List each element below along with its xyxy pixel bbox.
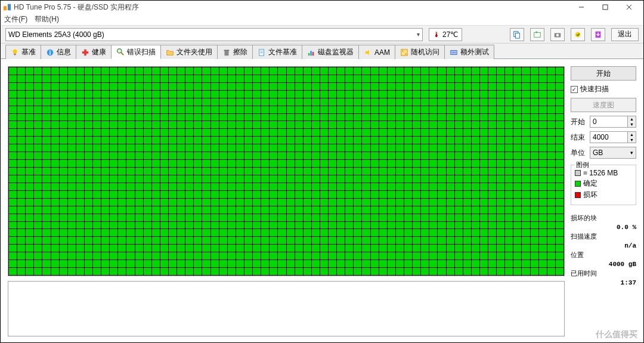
tab-plus[interactable]: 健康 [76, 45, 112, 59]
thermometer-icon: 🌡 [433, 30, 440, 39]
watermark: 什么值得买 [596, 329, 637, 340]
start-value-input[interactable]: ▲▼ [590, 116, 636, 128]
position-value: 4000 gB [571, 261, 636, 268]
tab-random[interactable]: 随机访问 [395, 45, 445, 59]
svg-rect-0 [4, 6, 7, 10]
file-icon [258, 48, 266, 57]
menu-help[interactable]: 帮助(H) [35, 14, 59, 24]
chart-icon [307, 48, 315, 57]
copy-button[interactable] [510, 28, 524, 41]
info-icon: i [46, 48, 54, 57]
position-label: 位置 [571, 251, 636, 259]
drive-text: WD Elements 25A3 (4000 gB) [8, 30, 104, 39]
svg-point-31 [402, 50, 404, 51]
tab-folder[interactable]: 文件夹使用 [160, 45, 218, 59]
menu-bar: 文件(F) 帮助(H) [1, 14, 643, 26]
toolbar: WD Elements 25A3 (4000 gB) ▾ 🌡 27℃ 退出 [1, 26, 643, 44]
svg-rect-7 [515, 33, 519, 38]
bulb-icon [11, 48, 19, 57]
side-panel: 开始 ✓ 快速扫描 速度图 开始 ▲▼ 结束 ▲▼ 单位 GB ▾ [571, 66, 636, 336]
extra-icon [450, 48, 458, 57]
chevron-down-icon: ▾ [417, 31, 420, 38]
temperature-display: 🌡 27℃ [429, 28, 462, 41]
block-map [8, 66, 565, 276]
svg-rect-25 [260, 51, 262, 51]
elapsed-value: 1:37 [571, 279, 636, 286]
legend-damaged-icon [575, 192, 581, 198]
title-bar: HD Tune Pro 5.75 - 硬盘/SSD 实用程序 [1, 1, 643, 14]
minimize-button[interactable] [569, 1, 593, 14]
quick-scan-checkbox[interactable]: ✓ 快速扫描 [571, 84, 636, 94]
svg-rect-19 [82, 51, 89, 54]
trash-icon [222, 48, 231, 57]
damaged-blocks-label: 损坏的块 [571, 214, 636, 223]
chevron-down-icon: ▾ [630, 150, 633, 156]
svg-rect-15 [14, 53, 16, 55]
folder-icon [166, 48, 174, 57]
tab-bar: 基准i信息健康错误扫描文件夹使用擦除文件基准磁盘监视器AAM随机访问额外测试 [1, 44, 643, 59]
screenshot-button[interactable] [530, 28, 544, 41]
tab-chart[interactable]: 磁盘监视器 [302, 45, 359, 59]
camera-button[interactable] [550, 28, 565, 41]
tab-speaker[interactable]: AAM [358, 45, 395, 59]
svg-text:i: i [49, 48, 51, 55]
legend-group: 图例 = 1526 MB 确定 损坏 [571, 165, 636, 205]
tab-extra[interactable]: 额外测试 [444, 45, 494, 59]
app-icon [3, 3, 11, 11]
speed-map-button: 速度图 [571, 98, 636, 112]
svg-line-21 [121, 52, 123, 55]
scan-speed-label: 扫描速度 [571, 232, 636, 241]
svg-rect-26 [260, 52, 262, 53]
random-icon [400, 48, 408, 57]
start-scan-button[interactable]: 开始 [571, 66, 636, 81]
spin-down-icon[interactable]: ▼ [627, 137, 636, 143]
save-button[interactable] [591, 28, 605, 41]
scan-speed-value: n/a [571, 242, 636, 249]
end-label: 结束 [571, 132, 587, 143]
temperature-value: 27℃ [442, 30, 458, 39]
svg-point-11 [556, 33, 559, 36]
plus-icon [81, 48, 89, 57]
svg-rect-8 [534, 32, 541, 37]
start-label: 开始 [571, 117, 587, 127]
svg-point-32 [405, 53, 407, 54]
spin-down-icon[interactable]: ▼ [627, 122, 636, 127]
search-icon [116, 48, 125, 56]
tab-bulb[interactable]: 基准 [5, 45, 41, 59]
svg-point-20 [117, 49, 122, 53]
window-title: HD Tune Pro 5.75 - 硬盘/SSD 实用程序 [14, 2, 569, 13]
close-button[interactable] [617, 1, 641, 14]
tab-search[interactable]: 错误扫描 [111, 45, 161, 59]
content-area: 开始 ✓ 快速扫描 速度图 开始 ▲▼ 结束 ▲▼ 单位 GB ▾ [1, 59, 643, 343]
options-button[interactable] [571, 28, 585, 41]
tab-file[interactable]: 文件基准 [252, 45, 302, 59]
spin-up-icon[interactable]: ▲ [627, 116, 636, 122]
unit-select[interactable]: GB ▾ [590, 147, 636, 159]
svg-rect-3 [603, 5, 608, 10]
log-box [8, 281, 565, 336]
tab-info[interactable]: i信息 [41, 45, 76, 59]
drive-selector[interactable]: WD Elements 25A3 (4000 gB) ▾ [5, 28, 423, 41]
speaker-icon [364, 48, 372, 57]
svg-rect-22 [225, 51, 229, 55]
legend-ok-icon [575, 181, 581, 187]
legend-block-icon [575, 170, 581, 176]
checkbox-icon: ✓ [571, 86, 578, 93]
svg-rect-9 [535, 31, 537, 33]
svg-rect-30 [401, 49, 408, 55]
stats-group: 损坏的块 0.0 % 扫描速度 n/a 位置 4000 gB 已用时间 1:37 [571, 211, 636, 289]
elapsed-label: 已用时间 [571, 269, 636, 278]
exit-button[interactable]: 退出 [611, 28, 639, 41]
svg-rect-28 [310, 51, 312, 55]
svg-point-12 [575, 32, 581, 37]
end-value-input[interactable]: ▲▼ [590, 131, 636, 143]
svg-rect-29 [312, 52, 314, 55]
svg-point-14 [13, 49, 17, 53]
damaged-blocks-value: 0.0 % [571, 224, 636, 231]
unit-label: 单位 [571, 148, 587, 158]
maximize-button[interactable] [593, 1, 617, 14]
spin-up-icon[interactable]: ▲ [627, 132, 636, 137]
tab-trash[interactable]: 擦除 [217, 45, 253, 59]
menu-file[interactable]: 文件(F) [4, 14, 27, 24]
svg-rect-23 [224, 50, 230, 51]
